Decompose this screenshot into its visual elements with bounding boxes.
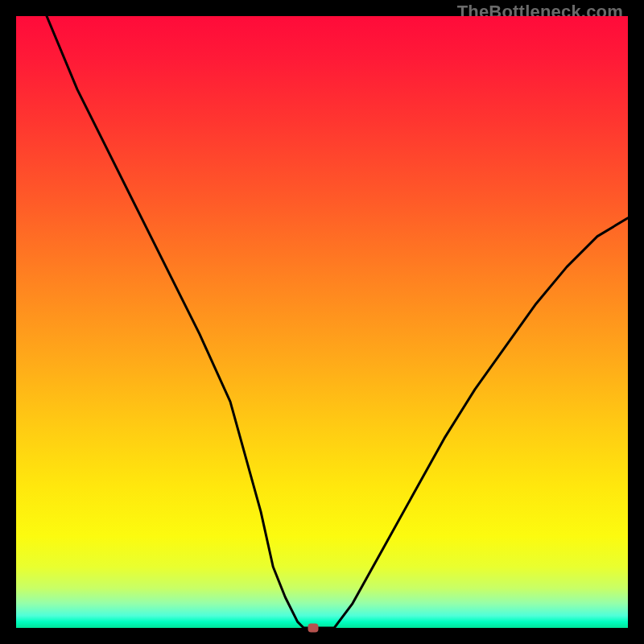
chart-frame: TheBottleneck.com bbox=[0, 0, 644, 644]
curve-svg bbox=[16, 16, 628, 628]
minimum-marker bbox=[308, 624, 318, 633]
plot-area bbox=[16, 16, 628, 628]
bottleneck-curve bbox=[47, 16, 628, 628]
